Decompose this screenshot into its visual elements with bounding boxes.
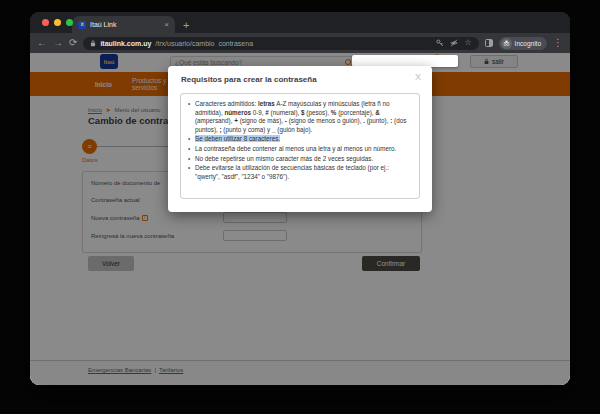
url-host: itaulink.com.uy [100, 40, 151, 47]
browser-window: it Itaú Link × + ← → ⟳ itaulink.com.uy /… [30, 12, 570, 385]
browser-tab[interactable]: it Itaú Link × [72, 16, 175, 33]
requirement-item: Debe evitarse la utilización de secuenci… [187, 164, 411, 181]
incognito-badge[interactable]: Incognito [499, 37, 547, 50]
modal-title: Requisitos para crear la contraseña [181, 75, 317, 84]
requirements-list: Caracteres admitidos: letras A-Z mayúscu… [187, 100, 411, 181]
requirement-item: Caracteres admitidos: letras A-Z mayúscu… [187, 100, 411, 134]
bookmark-star-icon[interactable]: ☆ [464, 38, 471, 48]
desktop: it Itaú Link × + ← → ⟳ itaulink.com.uy /… [0, 0, 600, 414]
password-key-icon[interactable] [436, 39, 444, 47]
browser-toolbar: ← → ⟳ itaulink.com.uy /trx/usuario/cambi… [30, 33, 570, 53]
window-maximize-button[interactable] [66, 19, 73, 26]
toolbar-right: Incognito ⋮ [485, 37, 563, 50]
address-bar[interactable]: itaulink.com.uy /trx/usuario/cambio_cont… [83, 37, 478, 50]
tab-close-icon[interactable]: × [164, 21, 169, 29]
incognito-label: Incognito [515, 40, 541, 47]
page-content: Itaú ¿Qué estás buscando? ▾ [30, 53, 570, 385]
requirement-item: No debe repetirse un mismo caracter más … [187, 155, 411, 164]
modal-close-icon[interactable]: X [415, 72, 421, 82]
side-panel-icon[interactable] [485, 39, 493, 47]
window-close-button[interactable] [42, 19, 49, 26]
window-minimize-button[interactable] [54, 19, 61, 26]
eye-off-icon[interactable] [450, 39, 458, 47]
incognito-avatar-icon [501, 38, 512, 49]
back-icon[interactable]: ← [37, 38, 47, 48]
requirement-item: La contraseña debe contener al menos una… [187, 145, 411, 154]
new-tab-button[interactable]: + [183, 17, 189, 33]
tab-title: Itaú Link [90, 21, 160, 28]
password-requirements-modal: Requisitos para crear la contraseña X Ca… [168, 66, 432, 212]
lock-icon [90, 40, 96, 47]
reload-icon[interactable]: ⟳ [69, 38, 77, 48]
tab-strip: it Itaú Link × + [30, 12, 570, 33]
forward-icon[interactable]: → [53, 38, 63, 48]
traffic-lights [42, 19, 73, 26]
favicon-icon: it [78, 21, 86, 29]
requirement-item: Se deben utilizar 8 caracteres. [187, 135, 411, 144]
chrome-menu-icon[interactable]: ⋮ [553, 38, 563, 48]
requirements-box: Caracteres admitidos: letras A-Z mayúscu… [180, 93, 420, 199]
url-path: /trx/usuario/cambio_contrasena [155, 40, 432, 47]
